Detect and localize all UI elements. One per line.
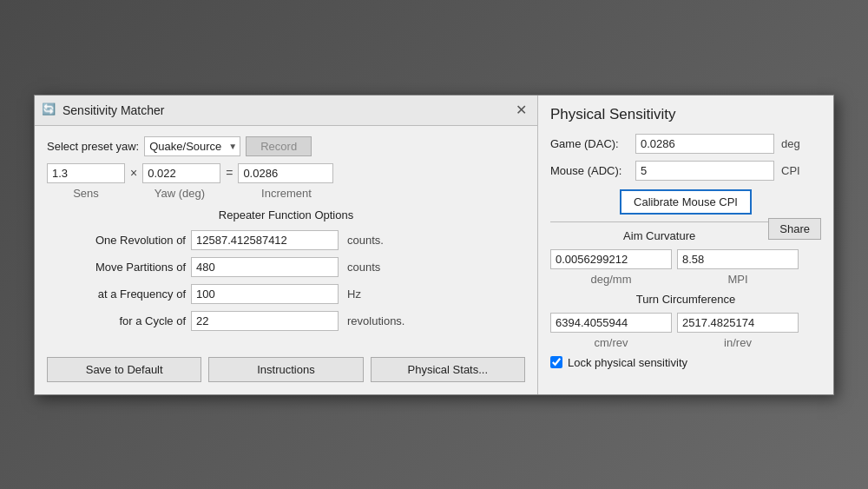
calc-row: × = [47,163,525,183]
title-bar-left: 🔄 Sensitivity Matcher [42,102,164,118]
instructions-button[interactable]: Instructions [208,357,363,382]
increment-input[interactable] [238,163,333,183]
calc-labels: Sens Yaw (deg) Increment [47,187,525,200]
physical-stats-button[interactable]: Physical Stats... [371,357,525,382]
partitions-unit: counts [347,261,380,274]
frequency-label: at a Frequency of [47,287,186,301]
mouse-adc-input[interactable] [635,161,774,181]
lock-row: Lock physical sensitivity [550,356,821,369]
revolution-input[interactable] [191,230,339,250]
close-button[interactable]: ✕ [511,101,530,120]
revolution-label: One Revolution of [47,234,186,247]
game-dac-unit: deg [781,137,800,150]
mouse-adc-label: Mouse (ADC): [550,164,628,177]
mouse-adc-unit: CPI [781,164,800,177]
record-button[interactable]: Record [246,136,312,156]
frequency-row: at a Frequency of Hz [47,284,525,304]
yaw-input[interactable] [142,163,220,183]
multiply-operator: × [130,166,137,180]
desktop: 🔄 Sensitivity Matcher ✕ Select preset ya… [0,0,868,489]
curvature-input-2[interactable] [677,249,799,269]
preset-label: Select preset yaw: [47,140,139,153]
curvature-unit-2: MPI [677,273,799,286]
curvature-unit-1: deg/mm [550,273,672,286]
sens-input[interactable] [47,163,125,183]
title-bar: 🔄 Sensitivity Matcher ✕ [35,96,537,126]
window-title: Sensitivity Matcher [62,103,164,117]
circumference-unit-1: cm/rev [550,336,672,349]
lock-label: Lock physical sensitivity [568,356,687,369]
save-default-button[interactable]: Save to Default [47,357,201,382]
equals-operator: = [226,166,233,180]
calibrate-button[interactable]: Calibrate Mouse CPI [620,189,752,215]
circumference-input-1[interactable] [550,313,672,333]
turn-circumference-title: Turn Circumference [550,293,821,306]
revolution-unit: counts. [347,234,384,247]
cycle-unit: revolutions. [347,314,404,327]
main-window: 🔄 Sensitivity Matcher ✕ Select preset ya… [34,95,834,395]
physical-sensitivity-title: Physical Sensitivity [550,106,821,123]
increment-label: Increment [239,187,334,200]
preset-row: Select preset yaw: Quake/Source Overwatc… [47,136,525,156]
frequency-input[interactable] [191,284,339,304]
circumference-input-2[interactable] [677,313,799,333]
partitions-row: Move Partitions of counts [47,257,525,277]
yaw-label: Yaw (deg) [141,187,219,200]
refresh-icon: 🔄 [42,102,57,118]
frequency-unit: Hz [347,287,361,301]
game-dac-row: Game (DAC): deg [550,134,821,154]
cycle-label: for a Cycle of [47,314,186,327]
cycle-input[interactable] [191,311,339,331]
circumference-inputs [550,313,821,333]
left-panel: 🔄 Sensitivity Matcher ✕ Select preset ya… [35,96,538,394]
game-dac-label: Game (DAC): [550,137,628,150]
preset-select[interactable]: Quake/Source Overwatch CS:GO Valorant [144,136,240,156]
repeater-title: Repeater Function Options [47,208,525,221]
circumference-unit-2: in/rev [677,336,799,349]
cycle-row: for a Cycle of revolutions. [47,311,525,331]
mouse-adc-row: Mouse (ADC): CPI [550,161,821,181]
curvature-inputs [550,249,821,269]
circumference-labels: cm/rev in/rev [550,336,821,349]
curvature-labels: deg/mm MPI [550,273,821,286]
separator-1 [550,221,768,222]
partitions-input[interactable] [191,257,339,277]
preset-select-wrapper: Quake/Source Overwatch CS:GO Valorant ▼ [144,136,240,156]
close-icon: ✕ [516,102,527,118]
bottom-buttons: Save to Default Instructions Physical St… [35,348,537,394]
sens-label: Sens [47,187,125,200]
curvature-input-1[interactable] [550,249,672,269]
right-panel: Physical Sensitivity Game (DAC): deg Mou… [538,96,833,394]
game-dac-input[interactable] [635,134,774,154]
share-button[interactable]: Share [768,218,821,240]
partitions-label: Move Partitions of [47,261,186,274]
revolution-row: One Revolution of counts. [47,230,525,250]
lock-checkbox[interactable] [550,356,562,368]
panel-content: Select preset yaw: Quake/Source Overwatc… [35,126,537,348]
